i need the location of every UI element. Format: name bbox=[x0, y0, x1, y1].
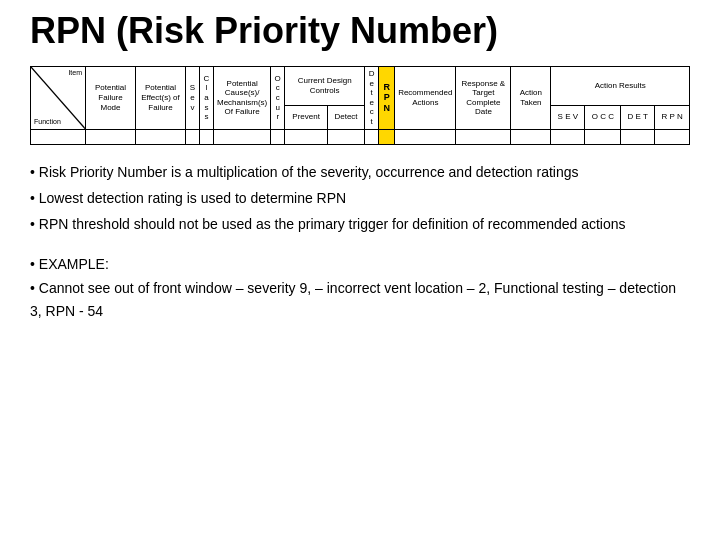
col-response: Response & Target Complete Date bbox=[456, 67, 511, 130]
example-text: • Cannot see out of front window – sever… bbox=[30, 277, 690, 325]
col-effect: Potential Effect(s) of Failure bbox=[136, 67, 186, 130]
col-detect-sub: Detect bbox=[327, 106, 364, 130]
diag-top: Item bbox=[68, 69, 82, 77]
empty-cell bbox=[136, 129, 186, 145]
col-ar-occ: O C C bbox=[585, 106, 621, 130]
empty-cell bbox=[327, 129, 364, 145]
example-section: • EXAMPLE: • Cannot see out of front win… bbox=[30, 253, 690, 324]
col-ar-det: D E T bbox=[621, 106, 655, 130]
bullet-1: • Risk Priority Number is a multiplicati… bbox=[30, 161, 690, 185]
page-title: RPN (Risk Priority Number) bbox=[30, 10, 690, 52]
empty-cell bbox=[585, 129, 621, 145]
col-cause: Potential Cause(s)/ Mechanism(s) Of Fail… bbox=[214, 67, 271, 130]
col-recommended: Recommended Actions bbox=[395, 67, 456, 130]
rpn-table: Item Function Potential Failure Mode Pot… bbox=[30, 66, 690, 145]
empty-cell bbox=[655, 129, 690, 145]
empty-cell bbox=[511, 129, 551, 145]
empty-cell bbox=[285, 129, 328, 145]
bullet-2: • Lowest detection rating is used to det… bbox=[30, 187, 690, 211]
col-class: C l a s s bbox=[200, 67, 214, 130]
example-heading: • EXAMPLE: bbox=[30, 253, 690, 277]
col-ar-rpn: R P N bbox=[655, 106, 690, 130]
bullet-section: • Risk Priority Number is a multiplicati… bbox=[30, 161, 690, 236]
col-controls: Current Design Controls bbox=[285, 67, 365, 106]
col-occur: O c c u r bbox=[271, 67, 285, 130]
col-action-results: Action Results bbox=[551, 67, 690, 106]
empty-cell bbox=[456, 129, 511, 145]
col-ar-sev: S E V bbox=[551, 106, 585, 130]
empty-cell bbox=[271, 129, 285, 145]
empty-cell bbox=[186, 129, 200, 145]
diag-bottom: Function bbox=[34, 118, 61, 126]
rpn-value-cell bbox=[379, 129, 395, 145]
empty-cell bbox=[395, 129, 456, 145]
empty-cell bbox=[551, 129, 585, 145]
bullet-3: • RPN threshold should not be used as th… bbox=[30, 213, 690, 237]
col-rpn: R P N bbox=[379, 67, 395, 130]
col-prevent: Prevent bbox=[285, 106, 328, 130]
col-action-taken: Action Taken bbox=[511, 67, 551, 130]
col-sev: S e v bbox=[186, 67, 200, 130]
empty-cell bbox=[365, 129, 379, 145]
empty-cell bbox=[214, 129, 271, 145]
empty-cell bbox=[200, 129, 214, 145]
col-failure-mode: Potential Failure Mode bbox=[86, 67, 136, 130]
empty-cell bbox=[86, 129, 136, 145]
empty-cell bbox=[621, 129, 655, 145]
empty-cell bbox=[31, 129, 86, 145]
col-detect: D e t e c t bbox=[365, 67, 379, 130]
